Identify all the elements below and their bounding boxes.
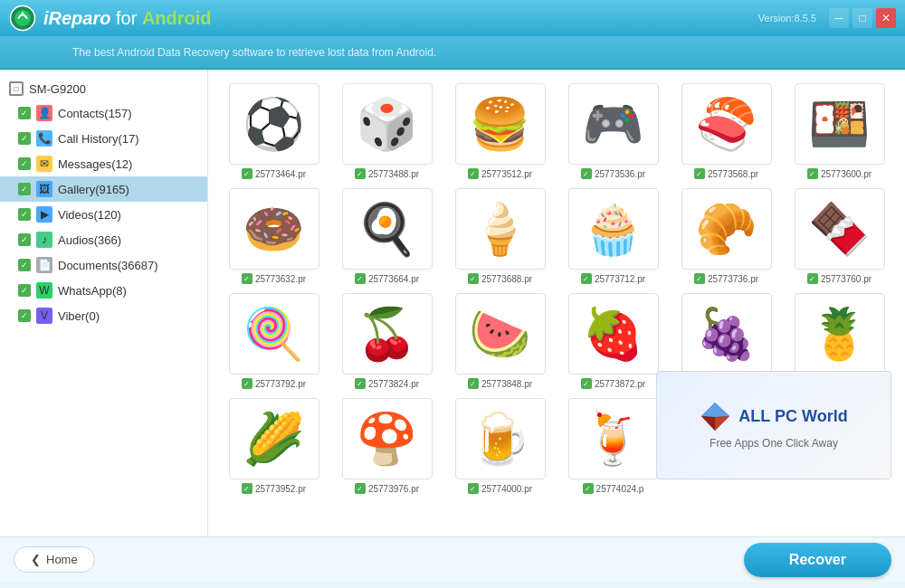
- gallery-thumbnail: 🍔: [455, 83, 546, 165]
- gallery-item[interactable]: 🌽✓25773952.pr: [222, 398, 326, 494]
- gallery-item[interactable]: 🍳✓25773664.pr: [335, 188, 439, 284]
- gallery-thumbnail: 🍹: [568, 398, 659, 479]
- gallery-check-icon: ✓: [694, 168, 705, 179]
- callhistory-icon: 📞: [36, 130, 52, 147]
- messages-icon: ✉: [36, 156, 52, 172]
- gallery-item[interactable]: 🍇✓25773896.pr: [674, 293, 778, 389]
- gallery-item[interactable]: ⚽✓25773464.pr: [222, 83, 326, 179]
- gallery-check-icon: ✓: [242, 168, 252, 179]
- app-subtitle: The best Android Data Recovery software …: [72, 46, 436, 59]
- gallery-check-icon: ✓: [355, 378, 366, 389]
- sidebar-item-viber[interactable]: ✓VViber(0): [0, 303, 207, 328]
- gallery-thumbnail: 🍦: [455, 188, 546, 270]
- gallery-filename: 25773712.pr: [595, 274, 645, 284]
- gallery-filename: 25773488.pr: [368, 169, 419, 179]
- main-layout: □ SM-G9200 ✓👤Contacts(157)✓📞Call History…: [0, 70, 905, 536]
- gallery-filename: 25773760.pr: [821, 274, 872, 284]
- check-icon: ✓: [18, 183, 31, 195]
- gallery-filename: 25773952.pr: [255, 484, 306, 494]
- gallery-item[interactable]: 🍒✓25773824.pr: [335, 293, 439, 389]
- recover-button[interactable]: Recover: [744, 543, 891, 577]
- gallery-check-icon: ✓: [694, 378, 705, 389]
- sidebar-item-gallery[interactable]: ✓🖼Gallery(9165): [0, 176, 207, 202]
- check-icon: ✓: [18, 309, 31, 322]
- gallery-filename: 25773688.pr: [481, 274, 532, 284]
- gallery-item[interactable]: 🍫✓25773760.pr: [787, 188, 891, 284]
- gallery-filename: 25773872.pr: [595, 379, 645, 389]
- audios-icon: ♪: [36, 232, 52, 248]
- sidebar-item-callhistory[interactable]: ✓📞Call History(17): [0, 126, 207, 151]
- gallery-item[interactable]: 🍱✓25773600.pr: [787, 83, 891, 179]
- viber-icon: V: [36, 308, 52, 324]
- close-button[interactable]: ✕: [876, 8, 896, 28]
- gallery-filename: 25773536.pr: [595, 169, 645, 179]
- sidebar-item-videos[interactable]: ✓▶Videos(120): [0, 202, 207, 227]
- callhistory-label: Call History(17): [58, 132, 139, 146]
- gallery-check-icon: ✓: [242, 273, 252, 284]
- gallery-item-label: ✓25773848.pr: [468, 378, 532, 389]
- sidebar-item-contacts[interactable]: ✓👤Contacts(157): [0, 100, 207, 126]
- sidebar-item-documents[interactable]: ✓📄Documents(36687): [0, 252, 207, 278]
- content-area[interactable]: ⚽✓25773464.pr🎲✓25773488.pr🍔✓25773512.pr🎮…: [208, 70, 905, 536]
- check-icon: ✓: [18, 259, 31, 271]
- gallery-item[interactable]: 🍔✓25773512.pr: [448, 83, 552, 179]
- app-title: iReparo for Android: [43, 8, 212, 29]
- gallery-thumbnail: 🌽: [229, 398, 319, 479]
- gallery-item[interactable]: 🍉✓25773848.pr: [448, 293, 552, 389]
- gallery-item[interactable]: 🍍✓25773920.pr: [787, 293, 891, 389]
- audios-label: Audios(366): [58, 233, 121, 247]
- videos-label: Videos(120): [58, 208, 121, 222]
- contacts-label: Contacts(157): [58, 107, 132, 120]
- gallery-item-label: ✓25773632.pr: [242, 273, 306, 284]
- messages-label: Messages(12): [58, 157, 132, 171]
- minimize-button[interactable]: ─: [829, 8, 849, 28]
- sidebar-item-whatsapp[interactable]: ✓WWhatsApp(8): [0, 278, 207, 303]
- gallery-item[interactable]: 🍄✓25773976.pr: [335, 398, 439, 494]
- gallery-item[interactable]: 🍩✓25773632.pr: [222, 188, 326, 284]
- gallery-item-label: ✓25774000.pr: [468, 483, 532, 494]
- gallery-check-icon: ✓: [468, 378, 479, 389]
- gallery-item[interactable]: 🍹✓25774024.p: [561, 398, 665, 494]
- gallery-item[interactable]: 🍓✓25773872.pr: [561, 293, 665, 389]
- sidebar-item-audios[interactable]: ✓♪Audios(366): [0, 227, 207, 252]
- gallery-check-icon: ✓: [468, 168, 479, 179]
- documents-icon: 📄: [36, 257, 52, 273]
- gallery-item[interactable]: 🍭✓25773792.pr: [222, 293, 326, 389]
- sidebar-items-container: ✓👤Contacts(157)✓📞Call History(17)✓✉Messa…: [0, 100, 207, 328]
- whatsapp-label: WhatsApp(8): [58, 284, 127, 298]
- gallery-thumbnail: 🧁: [568, 188, 659, 270]
- sidebar-item-messages[interactable]: ✓✉Messages(12): [0, 151, 207, 176]
- gallery-item-label: ✓25773536.pr: [581, 168, 645, 179]
- gallery-label: Gallery(9165): [58, 183, 129, 196]
- gallery-thumbnail: 🍄: [342, 398, 433, 479]
- gallery-item-label: ✓25773920.pr: [807, 378, 872, 389]
- gallery-thumbnail: 🍭: [229, 293, 319, 375]
- gallery-thumbnail: 🍒: [342, 293, 433, 375]
- gallery-filename: 25773632.pr: [255, 274, 306, 284]
- gallery-item-label: ✓25773512.pr: [468, 168, 532, 179]
- gallery-thumbnail: 🍇: [681, 293, 772, 375]
- bottom-bar: ❮ Home Recover: [0, 536, 905, 582]
- gallery-filename: 25773568.pr: [708, 169, 758, 179]
- gallery-filename: 25773792.pr: [255, 379, 306, 389]
- home-button[interactable]: ❮ Home: [14, 546, 95, 573]
- gallery-filename: 25773848.pr: [481, 379, 532, 389]
- gallery-check-icon: ✓: [807, 378, 818, 389]
- title-bar-left: iReparo for Android: [9, 5, 212, 32]
- gallery-thumbnail: 🍍: [795, 293, 885, 375]
- gallery-item[interactable]: 🧁✓25773712.pr: [561, 188, 665, 284]
- gallery-item[interactable]: 🥐✓25773736.pr: [674, 188, 778, 284]
- gallery-item[interactable]: 🍦✓25773688.pr: [448, 188, 552, 284]
- gallery-item[interactable]: 🍺✓25774000.pr: [448, 398, 552, 494]
- gallery-item[interactable]: 🎲✓25773488.pr: [335, 83, 439, 179]
- gallery-filename: 25773464.pr: [255, 169, 306, 179]
- gallery-item[interactable]: 🎮✓25773536.pr: [561, 83, 665, 179]
- viber-label: Viber(0): [58, 309, 100, 323]
- app-logo: [9, 5, 36, 32]
- gallery-check-icon: ✓: [583, 483, 594, 494]
- device-label: □ SM-G9200: [0, 77, 207, 100]
- gallery-filename: 25773920.pr: [821, 379, 872, 389]
- gallery-item[interactable]: 🍣✓25773568.pr: [674, 83, 778, 179]
- gallery-thumbnail: 🍓: [568, 293, 659, 375]
- maximize-button[interactable]: □: [853, 8, 872, 28]
